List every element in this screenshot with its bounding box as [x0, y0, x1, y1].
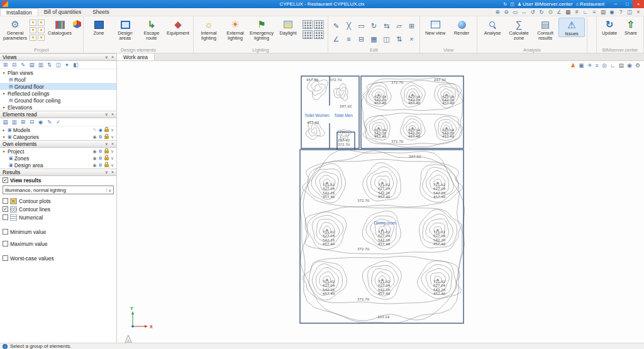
arrangement-pattern-icon[interactable]: [303, 30, 313, 39]
tab-installation[interactable]: Installation: [0, 8, 38, 16]
view-settings-gear-icon[interactable]: ⚙: [635, 62, 640, 69]
chevron-down-icon[interactable]: ▾: [1, 105, 6, 109]
close-panel-icon[interactable]: ×: [111, 112, 114, 117]
layers-icon[interactable]: ≡: [596, 62, 599, 69]
escape-route-button[interactable]: ↳ Escape route: [138, 18, 165, 42]
gear-icon[interactable]: ⚙: [99, 156, 103, 161]
update-button[interactable]: ↻ Update: [599, 18, 620, 36]
contour-plots-checkbox[interactable]: [3, 198, 8, 204]
lock-icon[interactable]: [104, 164, 109, 167]
erase-icon[interactable]: ×: [406, 33, 418, 45]
bim-model-cube-icon[interactable]: [73, 20, 81, 28]
consult-results-button[interactable]: ▤ Consult results: [532, 18, 558, 42]
zoom-in-icon[interactable]: ⊕: [494, 9, 501, 15]
zone-button[interactable]: Zone: [86, 18, 112, 36]
edit-icon[interactable]: ✎: [93, 128, 97, 133]
chevron-right-icon[interactable]: ▸: [1, 128, 6, 132]
tree-item-elevations[interactable]: ▾ Elevations: [0, 104, 116, 111]
sync-icon[interactable]: ↻: [503, 2, 507, 7]
3d-view-cube-icon[interactable]: ▣: [579, 62, 584, 69]
close-panel-icon[interactable]: ×: [111, 55, 114, 60]
view-options-icon[interactable]: ▾: [64, 62, 70, 68]
tree-item-ground-floor-ceiling[interactable]: ▤ Ground floor ceiling: [0, 97, 116, 104]
drawing-canvas[interactable]: ♟ ▣ ☀ ≡ ◎ ∟ ▤ ◉ ⚙ 372.70372.70372.70287.…: [117, 61, 644, 343]
gear-icon[interactable]: ⚙: [99, 163, 103, 168]
eye-icon[interactable]: ◉: [92, 149, 96, 154]
worst-case-values-checkbox[interactable]: [3, 255, 8, 261]
numerical-checkbox[interactable]: [3, 214, 8, 220]
rectangle-icon[interactable]: ▭: [355, 19, 367, 32]
tree-item-zones[interactable]: ▣ Zones ◉ ⚙ ∨: [0, 155, 116, 162]
maximum-value-checkbox[interactable]: [3, 241, 8, 247]
delete-icon[interactable]: ╳: [343, 19, 355, 32]
walkthrough-person-icon[interactable]: ♟: [570, 62, 575, 69]
view-list-icon[interactable]: ▤: [28, 62, 35, 68]
redraw-icon[interactable]: ↻: [538, 9, 545, 15]
project-button[interactable]: ⌂ Restaurant: [576, 1, 604, 7]
layers-edit-icon[interactable]: ≡: [343, 33, 355, 45]
collapse-panel-icon[interactable]: ∨: [105, 55, 108, 60]
reorder-views-icon[interactable]: ⇅: [46, 62, 53, 68]
eye-icon[interactable]: ◉: [92, 163, 96, 168]
tree-item-project[interactable]: ▾ Project ◉ ⚙ ∨: [0, 148, 116, 155]
tree-item-design-area[interactable]: ▣ Design area ◉ ⚙ ∨: [0, 162, 116, 169]
edit-view-icon[interactable]: ✎: [19, 62, 26, 68]
grid-icon[interactable]: ▦: [564, 9, 572, 15]
snap-icon[interactable]: #: [573, 9, 580, 15]
catalogues-button[interactable]: Catalogues: [47, 18, 73, 36]
tree-item-reflected-ceilings[interactable]: ▾ Reflected ceilings: [0, 90, 116, 97]
new-plan-view-icon[interactable]: ⊞: [2, 62, 9, 68]
internal-lighting-button[interactable]: ☼ Internal lighting: [196, 18, 222, 42]
zoom-out-icon[interactable]: ⊖: [502, 9, 510, 15]
tree-item-roof[interactable]: ▤ Roof: [0, 76, 116, 83]
print-icon[interactable]: ▤: [599, 9, 607, 15]
zoom-window-icon[interactable]: ▭: [511, 9, 519, 15]
collapse-panel-icon[interactable]: ∨: [105, 112, 108, 117]
chevron-down-icon[interactable]: ▾: [1, 135, 6, 139]
external-lighting-button[interactable]: ☀ External lighting: [222, 18, 248, 42]
angle-icon[interactable]: ∠: [330, 33, 342, 45]
general-parameters-button[interactable]: ⚙ General parameters: [2, 18, 28, 42]
sort-icon[interactable]: ⇅: [393, 33, 405, 45]
gear-icon[interactable]: ⚙: [99, 149, 103, 154]
arrange-windows-icon[interactable]: ◫: [626, 9, 633, 15]
luminaire-option-icon[interactable]: [38, 35, 45, 41]
close-view-icon[interactable]: ×: [635, 9, 642, 15]
filter-icon[interactable]: ✓: [55, 119, 62, 125]
lock-icon[interactable]: [104, 150, 109, 153]
tab-sheets[interactable]: Sheets: [87, 8, 114, 16]
luminaire-option-icon[interactable]: [38, 19, 45, 26]
move-icon[interactable]: ⇆: [380, 19, 392, 32]
rotate-icon[interactable]: ↻: [368, 19, 380, 32]
list-icon[interactable]: ▤: [2, 119, 9, 125]
lock-icon[interactable]: [104, 136, 109, 139]
daylight-button[interactable]: Daylight: [275, 18, 301, 36]
emergency-lighting-button[interactable]: ⚑ Emergency lighting: [248, 18, 275, 42]
close-panel-icon[interactable]: ×: [111, 141, 114, 147]
pan-icon[interactable]: ↔: [520, 9, 528, 15]
print-view-icon[interactable]: ▤: [619, 62, 625, 69]
luminaire-option-icon[interactable]: [30, 27, 36, 33]
chevron-down-icon[interactable]: ∨: [111, 149, 114, 154]
tab-bill-of-quantities[interactable]: Bill of quantities: [38, 8, 87, 16]
lock-icon[interactable]: [104, 157, 109, 160]
snapshot-icon[interactable]: ◉: [627, 62, 632, 69]
results-mode-dropdown[interactable]: Illuminance, normal lighting ∨: [3, 186, 114, 194]
chevron-down-icon[interactable]: ▾: [1, 91, 6, 96]
issues-button[interactable]: ⚠ Issues: [558, 18, 585, 37]
measure-icon[interactable]: ∠: [555, 9, 563, 15]
maximize-button[interactable]: □: [621, 0, 633, 8]
split-icon[interactable]: ◫: [380, 33, 392, 45]
chevron-down-icon[interactable]: ∨: [111, 128, 114, 133]
design-areas-button[interactable]: Design areas: [112, 18, 138, 42]
edit-pencil-icon[interactable]: ✎: [330, 19, 342, 32]
remove-plan-view-icon[interactable]: ⊟: [11, 62, 18, 68]
luminaire-option-icon[interactable]: [30, 35, 36, 41]
render-button[interactable]: Render: [448, 18, 475, 36]
collapse-panel-icon[interactable]: ∨: [105, 141, 108, 147]
arrangement-pattern-icon[interactable]: [314, 20, 324, 29]
layers-icon[interactable]: ≡: [591, 9, 598, 15]
view-detail-icon[interactable]: ▥: [37, 62, 44, 68]
share-button[interactable]: ⇧ Share: [620, 18, 641, 36]
ortho-icon[interactable]: ∟: [582, 9, 589, 15]
